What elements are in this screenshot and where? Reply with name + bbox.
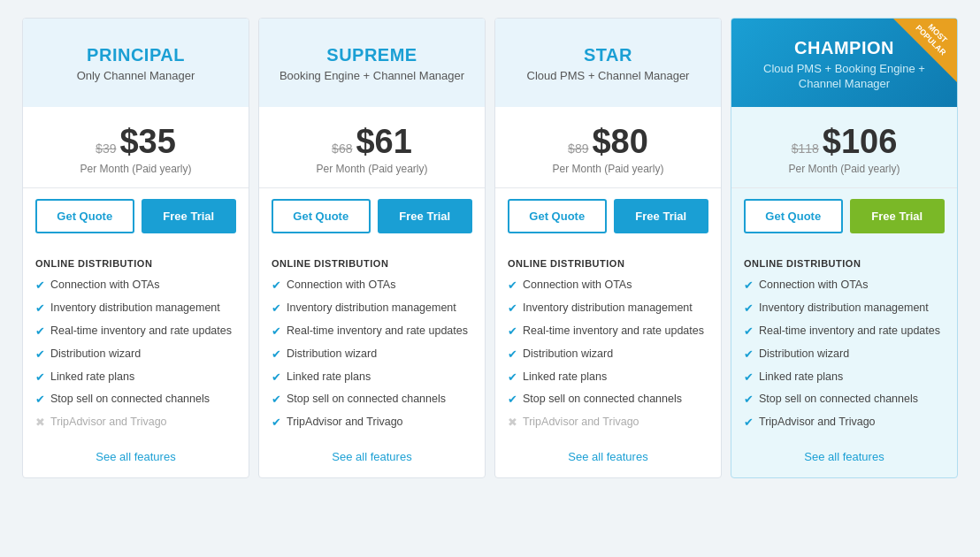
feature-text: Stop sell on connected channels bbox=[523, 392, 682, 406]
get-quote-button[interactable]: Get Quote bbox=[35, 199, 134, 233]
feature-text: Inventory distribution management bbox=[759, 301, 929, 315]
feature-item: ✖ TripAdvisor and Trivago bbox=[508, 415, 708, 431]
check-icon: ✔ bbox=[508, 301, 517, 317]
original-price: $68 bbox=[332, 141, 352, 156]
check-icon: ✔ bbox=[272, 301, 281, 317]
feature-text: Real-time inventory and rate updates bbox=[523, 324, 704, 338]
plan-header: PRINCIPAL Only Channel Manager bbox=[23, 19, 249, 107]
plan-card-champion: MOST POPULAR CHAMPION Cloud PMS + Bookin… bbox=[731, 18, 958, 478]
features-section: ONLINE DISTRIBUTION ✔ Connection with OT… bbox=[23, 246, 249, 438]
check-icon: ✔ bbox=[744, 347, 754, 362]
feature-text: Linked rate plans bbox=[287, 370, 371, 384]
check-icon: ✔ bbox=[744, 370, 754, 385]
check-icon: ✔ bbox=[35, 347, 45, 362]
check-icon: ✔ bbox=[272, 278, 281, 294]
check-icon: ✔ bbox=[508, 324, 517, 340]
check-icon: ✔ bbox=[272, 393, 281, 408]
see-all-link[interactable]: See all features bbox=[259, 438, 485, 477]
check-icon: ✔ bbox=[272, 370, 281, 385]
plan-card-supreme: SUPREME Booking Engine + Channel Manager… bbox=[258, 18, 486, 478]
features-category: ONLINE DISTRIBUTION bbox=[508, 258, 708, 269]
feature-text: Inventory distribution management bbox=[50, 301, 220, 315]
features-section: ONLINE DISTRIBUTION ✔ Connection with OT… bbox=[731, 246, 957, 438]
feature-item: ✔ Inventory distribution management bbox=[508, 301, 708, 317]
price-period: Per Month (Paid yearly) bbox=[270, 163, 474, 175]
feature-item: ✔ Linked rate plans bbox=[35, 370, 236, 385]
feature-item: ✔ Inventory distribution management bbox=[744, 301, 945, 317]
get-quote-button[interactable]: Get Quote bbox=[744, 199, 843, 233]
check-icon: ✔ bbox=[508, 347, 517, 362]
pricing-container: PRINCIPAL Only Channel Manager $39 $35 P… bbox=[18, 18, 962, 478]
check-icon: ✔ bbox=[744, 301, 754, 317]
plan-name: SUPREME bbox=[326, 45, 417, 65]
feature-text: Real-time inventory and rate updates bbox=[50, 324, 232, 338]
see-all-link[interactable]: See all features bbox=[495, 438, 721, 477]
get-quote-button[interactable]: Get Quote bbox=[272, 199, 371, 233]
feature-item: ✔ Stop sell on connected channels bbox=[35, 392, 236, 408]
feature-text: TripAdvisor and Trivago bbox=[759, 415, 876, 429]
plan-name: STAR bbox=[584, 45, 632, 65]
check-icon: ✔ bbox=[744, 416, 754, 431]
see-all-link[interactable]: See all features bbox=[731, 438, 957, 477]
features-section: ONLINE DISTRIBUTION ✔ Connection with OT… bbox=[495, 246, 721, 438]
plan-subtitle: Only Channel Manager bbox=[77, 69, 195, 84]
feature-item: ✖ TripAdvisor and Trivago bbox=[35, 415, 236, 431]
plan-name: CHAMPION bbox=[794, 38, 894, 58]
feature-item: ✔ Connection with OTAs bbox=[272, 278, 472, 294]
feature-item: ✔ Inventory distribution management bbox=[272, 301, 472, 317]
plan-name: PRINCIPAL bbox=[87, 45, 185, 65]
feature-text: Distribution wizard bbox=[50, 347, 141, 361]
price-section: $118 $106 Per Month (Paid yearly) bbox=[731, 107, 957, 188]
feature-item: ✔ Real-time inventory and rate updates bbox=[272, 324, 472, 340]
plan-card-principal: PRINCIPAL Only Channel Manager $39 $35 P… bbox=[22, 18, 249, 478]
feature-item: ✔ Distribution wizard bbox=[508, 347, 708, 362]
features-category: ONLINE DISTRIBUTION bbox=[744, 258, 945, 269]
features-category: ONLINE DISTRIBUTION bbox=[272, 258, 472, 269]
check-icon: ✔ bbox=[272, 347, 281, 362]
feature-text: Connection with OTAs bbox=[287, 278, 395, 292]
x-icon: ✖ bbox=[508, 416, 517, 431]
feature-text: Stop sell on connected channels bbox=[50, 392, 210, 406]
free-trial-button[interactable]: Free Trial bbox=[142, 199, 237, 233]
price-row: $39 $35 bbox=[34, 123, 238, 161]
get-quote-button[interactable]: Get Quote bbox=[508, 199, 607, 233]
feature-text: TripAdvisor and Trivago bbox=[50, 415, 167, 429]
button-row: Get Quote Free Trial bbox=[731, 188, 957, 246]
feature-item: ✔ Linked rate plans bbox=[272, 370, 472, 385]
feature-item: ✔ Real-time inventory and rate updates bbox=[35, 324, 236, 340]
check-icon: ✔ bbox=[35, 370, 45, 385]
see-all-link[interactable]: See all features bbox=[23, 438, 249, 477]
feature-text: Connection with OTAs bbox=[50, 278, 159, 292]
feature-item: ✔ Stop sell on connected channels bbox=[272, 392, 472, 408]
features-category: ONLINE DISTRIBUTION bbox=[35, 258, 236, 269]
free-trial-button[interactable]: Free Trial bbox=[850, 199, 946, 233]
current-price: $106 bbox=[823, 123, 898, 161]
check-icon: ✔ bbox=[35, 393, 45, 408]
check-icon: ✔ bbox=[272, 416, 281, 431]
original-price: $89 bbox=[568, 141, 588, 156]
price-period: Per Month (Paid yearly) bbox=[742, 163, 946, 175]
plan-header: SUPREME Booking Engine + Channel Manager bbox=[259, 19, 485, 107]
feature-item: ✔ Linked rate plans bbox=[508, 370, 708, 385]
free-trial-button[interactable]: Free Trial bbox=[378, 199, 473, 233]
feature-item: ✔ Real-time inventory and rate updates bbox=[508, 324, 708, 340]
current-price: $80 bbox=[592, 123, 647, 161]
price-period: Per Month (Paid yearly) bbox=[506, 163, 710, 175]
plan-card-star: STAR Cloud PMS + Channel Manager $89 $80… bbox=[494, 18, 722, 478]
price-section: $68 $61 Per Month (Paid yearly) bbox=[259, 107, 485, 188]
price-row: $68 $61 bbox=[270, 123, 474, 161]
check-icon: ✔ bbox=[508, 393, 517, 408]
free-trial-button[interactable]: Free Trial bbox=[614, 199, 709, 233]
feature-item: ✔ Linked rate plans bbox=[744, 370, 945, 385]
price-row: $89 $80 bbox=[506, 123, 710, 161]
feature-item: ✔ Connection with OTAs bbox=[508, 278, 708, 294]
feature-text: Linked rate plans bbox=[50, 370, 134, 384]
plan-subtitle: Booking Engine + Channel Manager bbox=[279, 69, 464, 84]
check-icon: ✔ bbox=[272, 324, 281, 340]
button-row: Get Quote Free Trial bbox=[495, 188, 721, 246]
feature-text: TripAdvisor and Trivago bbox=[287, 415, 403, 429]
feature-item: ✔ TripAdvisor and Trivago bbox=[272, 415, 472, 431]
feature-item: ✔ Connection with OTAs bbox=[744, 278, 945, 294]
features-section: ONLINE DISTRIBUTION ✔ Connection with OT… bbox=[259, 246, 485, 438]
current-price: $61 bbox=[356, 123, 411, 161]
